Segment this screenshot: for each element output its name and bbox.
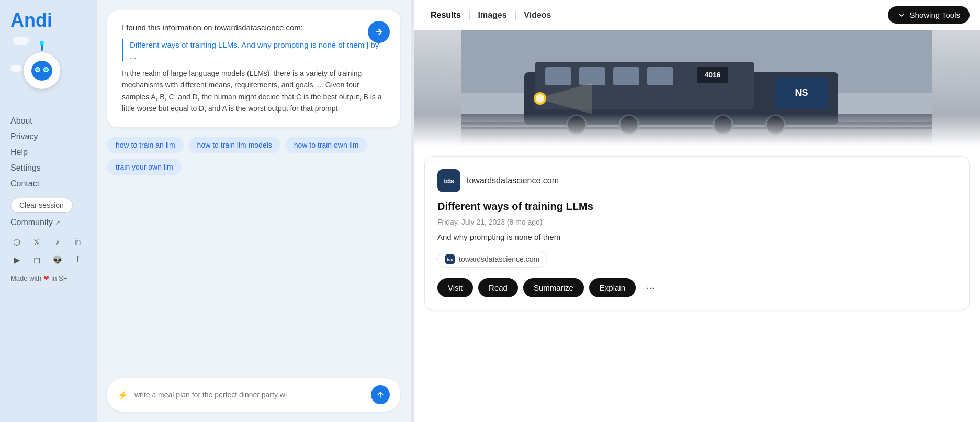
sidebar-item-settings[interactable]: Settings [10,162,86,174]
svg-rect-12 [579,67,605,85]
image-fade-gradient [414,114,980,146]
clear-session-button[interactable]: Clear session [10,198,73,213]
svg-rect-13 [613,67,639,85]
pill-domain-label: towardsdatascience.com [459,255,539,263]
tab-videos[interactable]: Videos [517,7,557,23]
robot-eye-left [35,67,40,72]
explain-button[interactable]: Explain [589,278,636,297]
heart-icon: ❤ [43,274,49,282]
visit-button[interactable]: Visit [437,278,473,297]
read-button[interactable]: Read [478,278,518,297]
app-logo: Andi [10,9,52,31]
sidebar-item-about[interactable]: About [10,115,86,127]
showing-tools-button[interactable]: Showing Tools [888,6,970,24]
robot-head [31,61,52,81]
robot-body [24,52,60,89]
youtube-icon[interactable]: ▶ [10,253,23,266]
chip-2[interactable]: how to train llm models [189,137,280,153]
send-button[interactable] [371,385,390,404]
arrow-right-icon [374,27,384,37]
chat-bubble: I found this information on towardsdatas… [107,10,400,127]
external-link-icon: ↗ [55,219,60,226]
twitter-icon[interactable]: 𝕏 [31,236,43,248]
social-icons-grid: ⬡ 𝕏 ♪ in ▶ ◻ 👽 f [10,236,86,266]
reddit-icon[interactable]: 👽 [51,253,64,266]
robot-mascot [10,37,73,105]
svg-rect-14 [647,67,673,85]
tiktok-icon[interactable]: ♪ [51,236,64,248]
robot-eyes [35,67,49,72]
tab-separator-2: | [513,9,518,20]
svg-rect-11 [545,67,571,85]
results-header: Results | Images | Videos Showing Tools [414,0,980,30]
chevron-down-icon [897,11,906,19]
more-options-button[interactable]: ··· [641,279,660,297]
chat-input[interactable] [134,391,365,399]
result-source-pill: tds towardsdatascience.com [437,251,547,268]
sidebar: Andi About Privacy Help Settings Contact… [0,0,97,422]
suggestion-chips: how to train an llm how to train llm mod… [107,137,400,175]
send-icon [376,391,385,399]
svg-point-16 [536,94,544,103]
tab-images[interactable]: Images [471,7,513,23]
instagram-icon[interactable]: ◻ [31,253,43,266]
tab-separator-1: | [467,9,472,20]
result-source-row: tds towardsdatascience.com [437,169,956,192]
chip-1[interactable]: how to train an llm [107,137,184,153]
source-favicon: tds [437,169,460,192]
lightning-icon: ⚡ [118,390,128,400]
sidebar-item-contact[interactable]: Contact [10,178,86,190]
results-content: 4016 NS [414,30,980,422]
results-panel: Results | Images | Videos Showing Tools [414,0,980,422]
chat-panel: I found this information on towardsdatas… [97,0,411,422]
result-description: And why prompting is none of them [437,232,956,241]
cloud-decoration [13,37,29,45]
result-card: tds towardsdatascience.com Different way… [424,156,970,310]
chat-body-text: In the realm of large language models (L… [122,68,386,115]
facebook-icon[interactable]: f [71,253,84,266]
community-link[interactable]: Community ↗ [10,218,60,227]
robot-antenna [41,45,43,51]
source-domain-label: towardsdatascience.com [467,176,559,185]
sidebar-nav: About Privacy Help Settings Contact [10,115,86,190]
pill-favicon: tds [445,254,455,264]
result-date: Friday, July 21, 2023 (8 mo ago) [437,218,956,226]
robot-eye-right [43,67,49,72]
tab-results[interactable]: Results [424,7,467,23]
chat-source-link[interactable]: Different ways of training LLMs. And why… [122,39,386,61]
action-buttons-row: Visit Read Summarize Explain ··· [437,278,956,297]
chat-bubble-header: I found this information on towardsdatas… [122,23,386,32]
linkedin-icon[interactable]: in [71,236,84,248]
summarize-button[interactable]: Summarize [523,278,584,297]
chip-3[interactable]: how to train own llm [286,137,367,153]
discord-icon[interactable]: ⬡ [10,236,23,248]
sidebar-item-help[interactable]: Help [10,147,86,158]
made-with-label: Made with ❤ in SF [10,274,67,282]
chat-arrow-button[interactable] [368,21,390,43]
svg-text:NS: NS [795,87,808,98]
cloud-decoration-2 [10,65,22,72]
chat-input-area: ⚡ [107,378,400,412]
result-title: Different ways of training LLMs [437,201,956,213]
sidebar-item-privacy[interactable]: Privacy [10,131,86,142]
chip-4[interactable]: train your own llm [107,159,182,175]
svg-text:4016: 4016 [704,71,720,79]
train-image: 4016 NS [414,30,980,146]
